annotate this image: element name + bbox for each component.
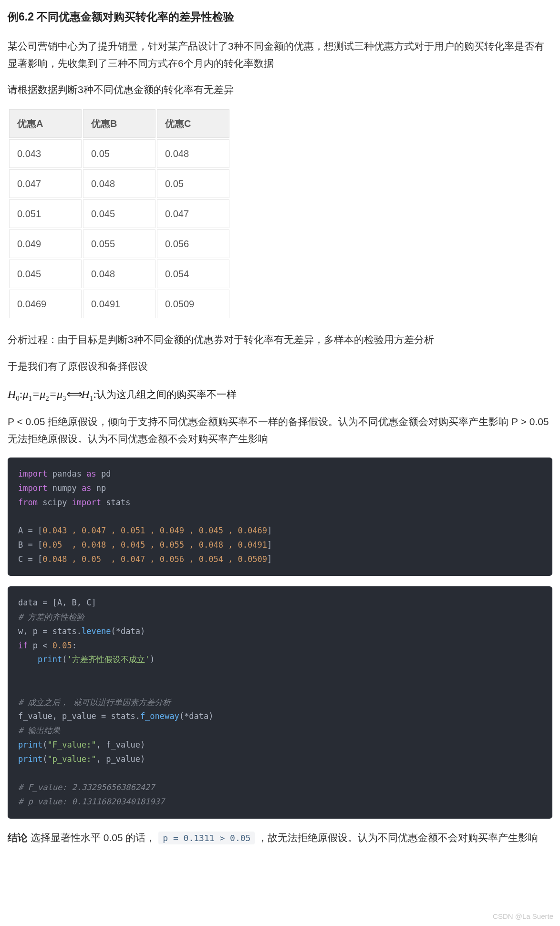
table-cell: 0.047 — [9, 169, 82, 198]
table-cell: 0.048 — [83, 260, 156, 288]
table-cell: 0.047 — [157, 199, 229, 228]
table-cell: 0.0509 — [157, 290, 229, 318]
table-cell: 0.054 — [157, 260, 229, 288]
conclusion-label: 结论 — [8, 832, 28, 843]
paragraph-hypothesis-intro: 于是我们有了原假设和备择假设 — [8, 358, 552, 375]
paragraph-analysis: 分析过程：由于目标是判断3种不同金额的优惠券对于转化率有无差异，多样本的检验用方… — [8, 331, 552, 348]
hypothesis-formula: H0:μ1=μ2=μ3⟺H1:认为这几组之间的购买率不一样 — [8, 385, 552, 405]
code-block-2: data = [A, B, C] # 方差的齐性检验 w, p = stats.… — [8, 586, 552, 818]
table-cell: 0.045 — [83, 199, 156, 228]
table-cell: 0.051 — [9, 199, 82, 228]
table-cell: 0.043 — [9, 139, 82, 168]
table-row: 0.04690.04910.0509 — [9, 290, 229, 318]
table-cell: 0.0469 — [9, 290, 82, 318]
table-cell: 0.045 — [9, 260, 82, 288]
paragraph-p-explain: P < 0.05 拒绝原假设，倾向于支持不同优惠金额购买率不一样的备择假设。认为… — [8, 413, 552, 447]
code-block-1: import pandas as pd import numpy as np f… — [8, 458, 552, 576]
table-row: 0.0450.0480.054 — [9, 260, 229, 288]
paragraph-intro-2: 请根据数据判断3种不同优惠金额的转化率有无差异 — [8, 81, 552, 98]
table-row: 0.0470.0480.05 — [9, 169, 229, 198]
table-cell: 0.05 — [83, 139, 156, 168]
section-heading: 例6.2 不同优惠金额对购买转化率的差异性检验 — [8, 8, 552, 26]
table-row: 0.0510.0450.047 — [9, 199, 229, 228]
table-cell: 0.049 — [9, 229, 82, 258]
table-cell: 0.05 — [157, 169, 229, 198]
data-table: 优惠A 优惠B 优惠C 0.0430.050.0480.0470.0480.05… — [8, 108, 231, 320]
table-row: 0.0490.0550.056 — [9, 229, 229, 258]
table-row: 0.0430.050.048 — [9, 139, 229, 168]
col-header-c: 优惠C — [157, 109, 229, 138]
paragraph-conclusion: 结论 选择显著性水平 0.05 的话， p = 0.1311 > 0.05 ，故… — [8, 829, 552, 846]
table-cell: 0.0491 — [83, 290, 156, 318]
col-header-b: 优惠B — [83, 109, 156, 138]
table-cell: 0.048 — [83, 169, 156, 198]
table-cell: 0.055 — [83, 229, 156, 258]
table-cell: 0.056 — [157, 229, 229, 258]
inline-code: p = 0.1311 > 0.05 — [158, 832, 255, 844]
col-header-a: 优惠A — [9, 109, 82, 138]
paragraph-intro-1: 某公司营销中心为了提升销量，针对某产品设计了3种不同金额的优惠，想测试三种优惠方… — [8, 38, 552, 72]
table-cell: 0.048 — [157, 139, 229, 168]
